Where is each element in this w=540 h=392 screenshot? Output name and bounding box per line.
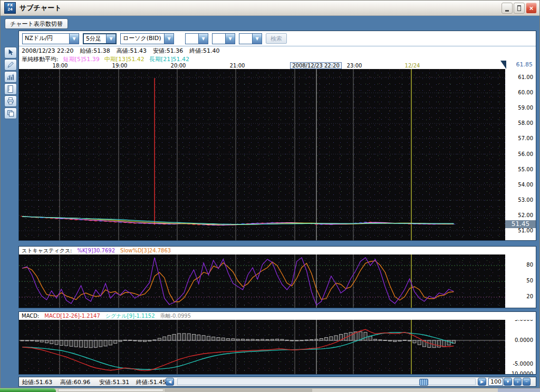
ohlc-info-bar: 2008/12/23 22:20 始値:51.38 高値:51.43 安値:51…: [19, 46, 536, 55]
chevron-down-icon[interactable]: ▼: [198, 34, 208, 44]
stochastics-k-value: %K[9]30.7692: [77, 248, 115, 253]
draw-tool-button[interactable]: [4, 59, 17, 71]
zoom-out-button[interactable]: −: [523, 378, 531, 386]
chevron-down-icon[interactable]: ▼: [252, 34, 262, 44]
ma-short-value: 短期[5]51.39: [63, 55, 100, 63]
axis-tick: 52.00: [518, 212, 533, 218]
print-tool-button[interactable]: [4, 95, 17, 107]
selected-candle-time-box[interactable]: 2008/12/23 22:20: [290, 62, 342, 69]
macd-label: MACD:: [22, 313, 39, 319]
axis-tick: 58.00: [518, 120, 533, 126]
indicator-select-2[interactable]: ▼: [212, 33, 235, 44]
chevron-down-icon[interactable]: ▼: [225, 34, 235, 44]
price-axis: 51.45 61.0060.0059.0058.0057.0056.0055.0…: [505, 69, 536, 240]
scroll-right-button[interactable]: ▶: [478, 378, 486, 386]
candle-open: 始値:51.38: [80, 47, 110, 55]
timeframe-select[interactable]: 5分足 ▼: [83, 33, 117, 44]
scroll-left-button[interactable]: ◀: [166, 378, 174, 386]
start-button[interactable]: [0, 388, 56, 392]
ma-long-value: 長期[21]51.42: [149, 55, 189, 63]
macd-signal-value: シグナル[9]-1.1152: [105, 312, 155, 320]
taskbar: [0, 388, 540, 392]
axis-tick: 80: [526, 262, 533, 268]
axis-tick: 5.0000: [515, 320, 533, 322]
macd-divergence-value: 乖離-0.0995: [160, 312, 191, 320]
axis-tick: 57.00: [518, 135, 533, 141]
chevron-down-icon[interactable]: ▼: [106, 34, 115, 43]
axis-tick: -10.0000: [509, 371, 533, 374]
candlestick-chart[interactable]: [19, 69, 505, 240]
bar-chart-icon: [6, 72, 15, 82]
chart-scrollbar[interactable]: [177, 378, 476, 385]
axis-tick: 53.00: [518, 197, 533, 203]
app-icon: FX 24: [4, 2, 16, 14]
stochastics-axis: 805020: [505, 254, 536, 308]
scrollbar-thumb[interactable]: [419, 379, 428, 386]
stochastics-d-value: Slow%D[3]24.7863: [120, 248, 171, 253]
search-button[interactable]: 検索: [266, 33, 287, 44]
time-tick: 18:00: [53, 63, 68, 68]
close-button[interactable]: ×: [526, 3, 537, 14]
currency-pair-select[interactable]: NZドル/円 ▼: [22, 33, 79, 44]
pencil-icon: [6, 60, 15, 70]
axis-tick: 51.00: [518, 228, 533, 233]
time-tick: 23:00: [347, 63, 362, 68]
candle-close: 終値:51.40: [189, 47, 219, 55]
stochastics-label: ストキャスティクス:: [22, 247, 72, 254]
maximize-button[interactable]: [514, 3, 525, 14]
axis-tick: 0.0000: [515, 337, 533, 343]
minimize-icon: [505, 10, 509, 12]
zoom-in-button[interactable]: ＋: [514, 378, 522, 386]
newday-tick: 12/24: [405, 63, 420, 68]
zoom-level-input[interactable]: 100: [488, 378, 503, 386]
indicator-select-3[interactable]: ▼: [239, 33, 262, 44]
stochastics-chart[interactable]: [19, 254, 505, 308]
taskbar-button[interactable]: [165, 389, 312, 392]
time-tick: 19:00: [112, 63, 128, 68]
title-bar[interactable]: FX 24 サブチャート ×: [1, 1, 539, 16]
ma-label: 単純移動平均:: [22, 55, 59, 63]
taskbar-button[interactable]: [58, 389, 163, 392]
axis-tick: 60.00: [518, 90, 533, 95]
chart-count-toggle-button[interactable]: チャート表示数切替: [5, 18, 68, 29]
printer-icon: [6, 96, 15, 106]
axis-tick: 20: [526, 293, 533, 299]
macd-value: MACD[12-26]-1.2147: [44, 313, 100, 319]
axis-tick: 50: [526, 278, 533, 283]
chart-max-price-tag: 61.85: [506, 61, 535, 69]
system-tray: [498, 388, 540, 392]
session-high: 高値:60.96: [60, 378, 90, 386]
axis-tick: 56.00: [518, 151, 533, 157]
save-tool-button[interactable]: [4, 107, 17, 119]
candle-datetime: 2008/12/23 22:20: [22, 47, 74, 54]
maximize-icon: [517, 5, 521, 11]
macd-axis: 5.00000.0000-5.0000-10.0000: [505, 320, 536, 374]
select-tool-button[interactable]: [4, 47, 17, 58]
macd-panel: MACD: MACD[12-26]-1.2147 シグナル[9]-1.1152 …: [18, 311, 536, 375]
axis-tick: 61.00: [518, 74, 533, 80]
bottom-status-bar: 始値:51.63 高値:60.96 安値:51.31 終値:51.45 ◀ ▶ …: [18, 377, 536, 387]
macd-header: MACD: MACD[12-26]-1.2147 シグナル[9]-1.1152 …: [19, 312, 536, 320]
chevron-down-icon[interactable]: ▼: [164, 34, 173, 44]
macd-chart[interactable]: [19, 320, 505, 374]
chart-type-tool-button[interactable]: [4, 71, 17, 83]
axis-tick: 55.00: [518, 166, 533, 172]
candle-high: 高値:51.43: [117, 47, 147, 55]
current-price-tag: 51.45: [505, 220, 536, 228]
candle-low: 安値:51.36: [153, 47, 183, 55]
scale-tool-button[interactable]: [4, 83, 17, 95]
axis-tick: 59.00: [518, 105, 533, 111]
chevron-down-icon[interactable]: ▼: [69, 34, 79, 44]
time-tick: 20:00: [171, 63, 186, 68]
session-close: 終値:51.45: [136, 378, 166, 386]
indicator-select-1[interactable]: ▼: [185, 33, 208, 44]
window-title: サブチャート: [20, 3, 62, 13]
instrument-toolbar: NZドル/円 ▼ 5分足 ▼ ローソク(BID) ▼ ▼ ▼ ▼ 検索: [19, 31, 536, 46]
minimize-button[interactable]: [502, 3, 513, 14]
chart-style-select[interactable]: ローソク(BID) ▼: [120, 33, 174, 44]
axis-tick: 54.00: [518, 182, 533, 188]
zoom-select-arrow[interactable]: ▼: [504, 378, 512, 386]
cursor-arrow-icon: [6, 48, 15, 57]
ma-mid-value: 中期[13]51.42: [104, 55, 144, 63]
ruler-icon: [6, 84, 15, 94]
